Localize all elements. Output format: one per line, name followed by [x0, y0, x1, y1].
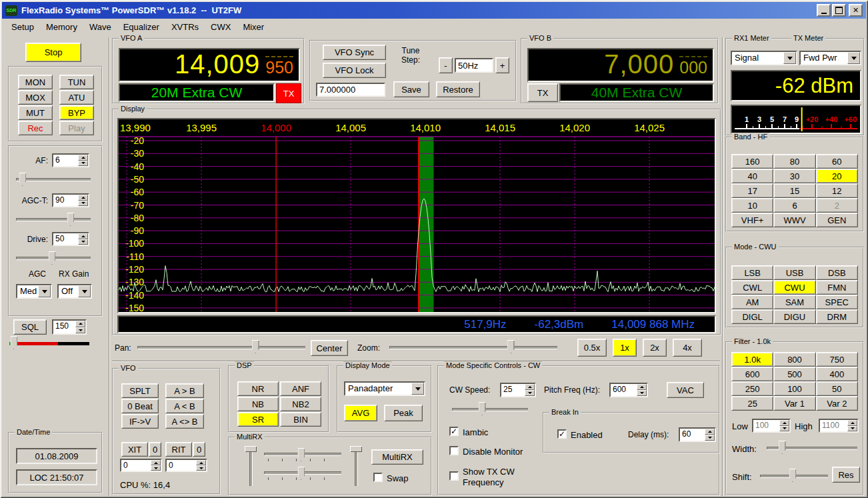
pitch-freq-value[interactable]: 600: [611, 384, 637, 396]
sql-slider-thumb[interactable]: [10, 336, 17, 349]
rx1-meter-dropdown-arrow-icon[interactable]: [783, 52, 796, 64]
rxgain-dropdown[interactable]: Off: [57, 284, 92, 299]
filter-low-stepper[interactable]: 100: [752, 419, 791, 433]
zoom-button-1x[interactable]: 1x: [613, 339, 637, 357]
cw-speed-stepper[interactable]: 25: [500, 383, 536, 397]
vfo-a-tx-indicator[interactable]: TX: [276, 83, 301, 103]
maximize-button[interactable]: [832, 4, 846, 17]
band-button-30[interactable]: 30: [773, 169, 815, 183]
vac-button[interactable]: VAC: [667, 382, 704, 398]
mode-button-drm[interactable]: DRM: [816, 309, 858, 324]
display-mode-dropdown-arrow-icon[interactable]: [411, 383, 424, 395]
save-button[interactable]: Save: [393, 81, 429, 97]
agct-value[interactable]: 90: [53, 195, 78, 206]
filter-button-var-1[interactable]: Var 1: [773, 396, 815, 411]
band-button-gen[interactable]: GEN: [816, 213, 858, 227]
sql-button[interactable]: SQL: [13, 319, 47, 335]
rit-stepper[interactable]: 0: [165, 459, 207, 472]
zoom-slider-thumb[interactable]: [507, 340, 515, 353]
agct-slider-thumb[interactable]: [67, 213, 74, 226]
band-button-6[interactable]: 6: [773, 198, 815, 213]
mode-button-digu[interactable]: DIGU: [773, 309, 815, 324]
drive-value[interactable]: 50: [53, 233, 78, 245]
tune-step-minus-button[interactable]: -: [439, 57, 453, 73]
button-atu[interactable]: ATU: [59, 90, 94, 105]
sql-stepper[interactable]: 150: [52, 319, 87, 335]
dsp-button-nb2[interactable]: NB2: [280, 397, 321, 411]
dsp-button-sr[interactable]: SR: [237, 412, 279, 427]
band-button-wwv[interactable]: WWV: [773, 213, 815, 227]
close-button[interactable]: [849, 4, 863, 17]
delay-value[interactable]: 60: [680, 429, 705, 441]
band-button-60[interactable]: 60: [816, 154, 858, 169]
band-button-12[interactable]: 12: [816, 183, 858, 198]
multirx-pan-right-thumb[interactable]: [350, 446, 362, 452]
button-mut[interactable]: MUT: [18, 105, 53, 120]
filter-width-slider[interactable]: [765, 440, 859, 456]
mode-button-sam[interactable]: SAM: [773, 295, 815, 309]
multirx-pan-right-slider[interactable]: [349, 446, 363, 487]
button-play[interactable]: Play: [59, 121, 94, 135]
vfo-button-a-b[interactable]: A > B: [165, 383, 204, 398]
filter-button-800[interactable]: 800: [773, 352, 815, 367]
multirx-gain-sub-slider[interactable]: [263, 466, 343, 479]
rit-button[interactable]: RIT: [165, 442, 192, 457]
rxgain-dropdown-arrow-icon[interactable]: [78, 285, 91, 297]
mode-button-usb[interactable]: USB: [773, 265, 815, 280]
frequency-entry-field[interactable]: 7.000000: [316, 83, 385, 97]
band-button-2[interactable]: 2: [816, 198, 858, 213]
band-button-10[interactable]: 10: [731, 198, 773, 213]
zoom-button-2x[interactable]: 2x: [643, 339, 667, 357]
filter-button-50[interactable]: 50: [816, 381, 858, 396]
filter-button-250[interactable]: 250: [731, 381, 773, 396]
cw-speed-value[interactable]: 25: [501, 384, 525, 396]
filter-button-25[interactable]: 25: [731, 396, 773, 411]
vfo-b-frequency-display[interactable]: 7,000 000: [527, 48, 714, 82]
af-stepper[interactable]: 6: [52, 153, 89, 167]
vfo-lock-button[interactable]: VFO Lock: [323, 63, 386, 78]
vfo-button-0-beat[interactable]: 0 Beat: [121, 399, 159, 413]
mode-button-am[interactable]: AM: [731, 295, 773, 309]
break-in-enabled-checkbox[interactable]: [557, 429, 567, 439]
vfo-button-splt[interactable]: SPLT: [121, 383, 159, 398]
menu-cwx[interactable]: CWX: [205, 20, 237, 34]
xit-stepper[interactable]: 0: [120, 459, 162, 472]
restore-button[interactable]: Restore: [436, 81, 480, 97]
cw-speed-slider[interactable]: [451, 401, 529, 417]
center-button[interactable]: Center: [311, 340, 348, 356]
tune-step-value[interactable]: 50Hz: [455, 58, 493, 73]
filter-shift-slider[interactable]: [759, 468, 829, 484]
drive-slider-thumb[interactable]: [48, 251, 55, 265]
filter-high-value[interactable]: 1100: [820, 420, 847, 431]
menu-memory[interactable]: Memory: [40, 20, 83, 34]
agct-stepper[interactable]: 90: [52, 193, 89, 207]
dsp-button-bin[interactable]: BIN: [280, 412, 321, 427]
mode-button-cwl[interactable]: CWL: [731, 280, 773, 295]
show-tx-cw-checkbox[interactable]: [449, 471, 459, 481]
tx-meter-dropdown-arrow-icon[interactable]: [847, 52, 860, 64]
multirx-gain-main-slider[interactable]: [263, 447, 343, 461]
mode-button-cwu[interactable]: CWU: [773, 280, 815, 295]
display-mode-dropdown[interactable]: Panadapter: [344, 381, 425, 396]
filter-button-var-2[interactable]: Var 2: [816, 396, 858, 411]
mode-button-dsb[interactable]: DSB: [816, 265, 858, 280]
filter-low-value[interactable]: 100: [753, 420, 779, 431]
zoom-button-0.5x[interactable]: 0.5x: [577, 339, 607, 357]
iambic-checkbox[interactable]: [449, 427, 459, 436]
disable-monitor-checkbox[interactable]: [449, 446, 459, 455]
band-button-80[interactable]: 80: [773, 154, 815, 169]
multirx-pan-left-thumb[interactable]: [245, 446, 257, 452]
pitch-freq-stepper[interactable]: 600: [609, 383, 648, 397]
minimize-button[interactable]: [817, 4, 831, 17]
vfo-button-if-v[interactable]: IF->V: [121, 414, 159, 429]
filter-button-600[interactable]: 600: [731, 367, 773, 381]
filter-button-500[interactable]: 500: [773, 367, 815, 381]
rit-value[interactable]: 0: [167, 460, 196, 471]
af-slider[interactable]: [15, 172, 92, 187]
vfo-a-frequency-display[interactable]: 14,009 950: [119, 48, 300, 82]
dsp-button-nr[interactable]: NR: [237, 381, 279, 396]
band-button-160[interactable]: 160: [731, 154, 773, 169]
filter-button-750[interactable]: 750: [816, 352, 858, 367]
sql-value[interactable]: 150: [53, 321, 75, 333]
multirx-pan-left-slider[interactable]: [244, 446, 257, 487]
